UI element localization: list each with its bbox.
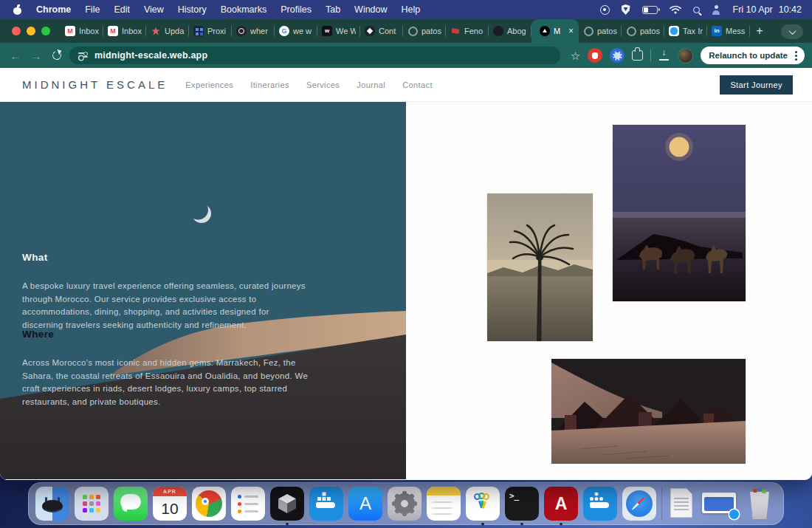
dock-calendar-icon[interactable]: APR 10 (153, 487, 187, 521)
dock-app-store-icon[interactable]: A (348, 487, 382, 521)
browser-window: MInbox MInbox Upda Proxi wher Gwe w wWe … (0, 19, 812, 480)
tab-search-button[interactable] (781, 24, 803, 39)
menubar-app-name[interactable]: Chrome (36, 4, 71, 15)
menu-profiles[interactable]: Profiles (281, 4, 312, 15)
menu-history[interactable]: History (178, 4, 207, 15)
dock-terminal-icon[interactable]: >_ (505, 487, 539, 521)
downloads-icon[interactable] (658, 50, 670, 61)
user-switch-icon[interactable] (712, 5, 721, 15)
profile-avatar[interactable] (678, 48, 693, 64)
tab-label: Feno (464, 27, 484, 35)
tab-proxi[interactable]: Proxi (189, 19, 232, 43)
tab-patos-3[interactable]: patos (622, 19, 664, 43)
reload-button[interactable] (49, 47, 65, 64)
what-body: A bespoke luxury travel experience offer… (22, 280, 312, 332)
tab-updates[interactable]: Upda (146, 19, 189, 43)
dock-chrome-icon[interactable] (192, 487, 226, 521)
nav-itineraries[interactable]: Itineraries (250, 80, 289, 89)
tab-abog[interactable]: Abog (489, 19, 531, 43)
nav-experiences[interactable]: Experiences (185, 80, 233, 89)
relaunch-label: Relaunch to update (709, 51, 788, 60)
menu-view[interactable]: View (144, 4, 164, 15)
dock-docker-2-icon[interactable] (583, 487, 617, 521)
tab-strip: MInbox MInbox Upda Proxi wher Gwe w wWe … (0, 19, 812, 43)
dark-circle-favicon (493, 26, 503, 36)
menu-edit[interactable]: Edit (114, 4, 130, 15)
macos-menubar: Chrome File Edit View History Bookmarks … (0, 0, 812, 19)
shield-status-icon[interactable] (622, 4, 630, 15)
tab-midnight-escale-active[interactable]: M× (531, 19, 579, 43)
site-nav: Experiences Itineraries Services Journal… (185, 80, 433, 89)
dock-screenshot-icon[interactable] (701, 487, 737, 521)
apple-menu-icon[interactable] (13, 5, 22, 15)
dock-passwords-icon[interactable] (466, 487, 500, 521)
menu-file[interactable]: File (85, 4, 100, 15)
tab-cont[interactable]: Cont (360, 19, 403, 43)
dock-launchpad-icon[interactable] (75, 487, 109, 521)
dock-safari-icon[interactable] (622, 487, 656, 521)
aperture-favicon (236, 26, 247, 36)
new-tab-button[interactable]: + (750, 19, 769, 43)
menu-tab[interactable]: Tab (326, 4, 340, 15)
menu-bookmarks[interactable]: Bookmarks (221, 4, 267, 15)
google-favicon: G (279, 26, 289, 36)
spotlight-search-icon[interactable] (693, 7, 700, 13)
tab-label: patos (640, 27, 660, 35)
extensions-puzzle-icon[interactable] (632, 50, 643, 61)
tab-label: We W (336, 27, 356, 35)
settings-extension-icon[interactable] (610, 48, 625, 63)
blocker-status-icon[interactable] (600, 5, 610, 15)
tab-inbox-1[interactable]: MInbox (61, 19, 103, 43)
tab-messages[interactable]: inMess (707, 19, 750, 43)
zoom-window-button[interactable] (41, 27, 50, 35)
tab-label: wher (250, 27, 270, 35)
address-bar[interactable]: midnight-escale.web.app (69, 47, 560, 64)
tab-google[interactable]: Gwe w (275, 19, 317, 43)
dock-system-settings-icon[interactable] (388, 487, 422, 521)
tab-patos-2[interactable]: patos (579, 19, 622, 43)
dock-3d-viewer-icon[interactable] (270, 487, 304, 521)
tab-label: patos (597, 27, 617, 35)
minimize-window-button[interactable] (27, 27, 35, 35)
dock-messages-icon[interactable] (114, 487, 148, 521)
tab-feno[interactable]: Feno (446, 19, 489, 43)
menubar-status: Fri 10 Apr 10:42 (600, 4, 812, 15)
dock-finder-icon[interactable] (35, 487, 69, 521)
dock-acrobat-icon[interactable]: A (544, 487, 578, 521)
back-button[interactable]: ← (7, 47, 24, 64)
wifi-icon[interactable] (670, 5, 681, 14)
tab-tax[interactable]: Tax In (664, 19, 707, 43)
tab-where[interactable]: wher (232, 19, 275, 43)
forward-button[interactable]: → (28, 47, 44, 64)
dock-reminders-icon[interactable] (231, 487, 265, 521)
dock-docker-icon[interactable] (309, 487, 343, 521)
close-window-button[interactable] (12, 27, 21, 35)
menu-window[interactable]: Window (354, 4, 387, 15)
adblock-extension-icon[interactable] (588, 48, 602, 63)
browser-menu-kebab-icon[interactable] (795, 55, 797, 57)
tab-wew[interactable]: wWe W (317, 19, 360, 43)
nav-contact[interactable]: Contact (402, 80, 433, 89)
site-settings-icon[interactable] (78, 52, 88, 59)
tab-patos-1[interactable]: patos (403, 19, 446, 43)
relaunch-to-update-button[interactable]: Relaunch to update (701, 47, 805, 64)
tab-label: Inbox (79, 27, 99, 35)
menubar-clock[interactable]: Fri 10 Apr 10:42 (733, 4, 802, 15)
dock-trash-icon[interactable] (743, 487, 777, 521)
menubar-time: 10:42 (779, 4, 802, 15)
dock-notes-icon[interactable] (427, 487, 461, 521)
start-journey-button[interactable]: Start Journey (720, 75, 793, 95)
tab-close-icon[interactable]: × (568, 27, 574, 35)
bookmark-star-icon[interactable]: ☆ (571, 50, 580, 61)
nav-journal[interactable]: Journal (357, 80, 385, 89)
chevron-down-icon (788, 27, 796, 35)
star-favicon (151, 26, 161, 36)
battery-icon[interactable] (642, 6, 658, 14)
page-content: What A bespoke luxury travel experience … (0, 102, 812, 479)
tab-inbox-2[interactable]: MInbox (103, 19, 146, 43)
site-logo[interactable]: MIDNIGHT ESCALE (22, 78, 168, 91)
dock-document-icon[interactable] (667, 487, 695, 521)
toolbar-divider (650, 49, 651, 61)
nav-services[interactable]: Services (306, 80, 340, 89)
menu-help[interactable]: Help (402, 4, 421, 15)
